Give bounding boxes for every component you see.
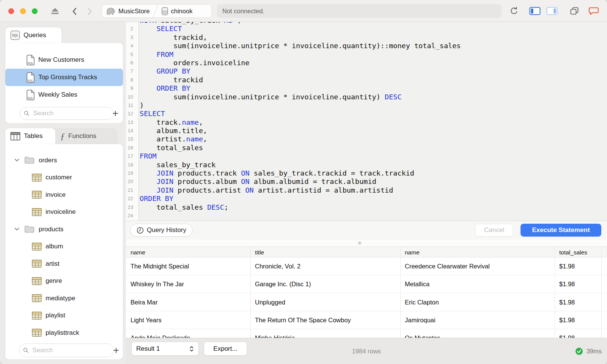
column-separator[interactable] bbox=[400, 246, 401, 338]
back-button[interactable] bbox=[72, 7, 77, 16]
code-text: trackid, bbox=[137, 33, 207, 42]
execute-statement-button[interactable]: Execute Statement bbox=[521, 224, 601, 237]
refresh-button[interactable] bbox=[510, 6, 519, 16]
query-history-label: Query History bbox=[147, 226, 186, 234]
line-number: 20 bbox=[126, 177, 137, 186]
database-icon bbox=[161, 7, 168, 16]
result-row-3[interactable]: Light YearsThe Return Of The Space Cowbo… bbox=[126, 311, 607, 329]
result-cell: $1.98 bbox=[559, 329, 575, 338]
svg-text:SQL: SQL bbox=[12, 33, 19, 37]
code-text: total_sales DESC; bbox=[137, 203, 228, 212]
tables-search-input[interactable] bbox=[31, 346, 110, 355]
column-header-title-1[interactable]: title bbox=[255, 247, 264, 258]
line-number: 10 bbox=[126, 93, 137, 101]
table-icon bbox=[32, 208, 42, 216]
sql-editor[interactable]: 1WITH sales_by_track AS (2 SELECT3 track… bbox=[126, 22, 607, 221]
column-separator[interactable] bbox=[555, 246, 555, 338]
column-header-name-2[interactable]: name bbox=[405, 247, 420, 258]
refresh-icon bbox=[510, 6, 519, 16]
query-item-top-grossing-tracks[interactable]: SQLTop Grossing Tracks bbox=[5, 69, 123, 86]
toggle-right-sidebar-button[interactable] bbox=[546, 6, 558, 16]
result-cell: Chronicle, Vol. 2 bbox=[255, 257, 300, 275]
tree-table-customer[interactable]: customer bbox=[5, 169, 123, 186]
toggle-left-sidebar-button[interactable] bbox=[529, 6, 541, 16]
folder-icon bbox=[24, 156, 35, 164]
line-number: 23 bbox=[126, 203, 137, 212]
tree-label: invoiceline bbox=[46, 208, 75, 216]
table-icon bbox=[32, 312, 42, 320]
tree-table-album[interactable]: album bbox=[5, 238, 123, 255]
query-item-new-customers[interactable]: SQLNew Customers bbox=[5, 51, 123, 69]
result-cell: The Return Of The Space Cowboy bbox=[255, 311, 351, 329]
export-button[interactable]: Export... bbox=[204, 342, 247, 356]
queries-search-input[interactable] bbox=[32, 109, 110, 118]
result-cell: Minha História bbox=[255, 329, 295, 338]
tree-folder-orders[interactable]: orders bbox=[5, 152, 123, 169]
code-line-9: 9 ORDER BY bbox=[126, 84, 607, 93]
cancel-button[interactable]: Cancel bbox=[475, 224, 513, 237]
chevron-down-icon[interactable] bbox=[14, 228, 19, 231]
tabs-overview-button[interactable] bbox=[569, 6, 579, 16]
results-header-row: nametitlenametotal_sales bbox=[126, 246, 607, 257]
close-window-button[interactable] bbox=[8, 8, 14, 14]
line-number: 15 bbox=[126, 135, 137, 143]
tree-table-playlist[interactable]: playlist bbox=[5, 307, 123, 324]
column-separator[interactable] bbox=[601, 246, 602, 338]
results-status-bar: 1984 rows Result 1 Export... 39ms bbox=[126, 338, 607, 364]
line-number: 7 bbox=[126, 67, 137, 75]
line-number: 11 bbox=[126, 101, 137, 110]
folder-icon bbox=[24, 225, 35, 233]
result-row-0[interactable]: The Midnight SpecialChronicle, Vol. 2Cre… bbox=[126, 257, 607, 275]
feedback-chat-button[interactable] bbox=[588, 6, 599, 16]
zoom-window-button[interactable] bbox=[32, 8, 38, 14]
tree-label: orders bbox=[39, 157, 57, 164]
query-item-weekly-sales[interactable]: SQLWeekly Sales bbox=[5, 86, 123, 104]
add-table-button[interactable]: + bbox=[111, 345, 121, 356]
tree-table-mediatype[interactable]: mediatype bbox=[5, 290, 123, 307]
code-line-20: 20 JOIN products.album ON album.albumid … bbox=[126, 177, 607, 186]
tree-table-genre[interactable]: genre bbox=[5, 273, 123, 290]
tree-label: invoice bbox=[46, 191, 66, 199]
result-row-4[interactable]: Ando Meio DesligadoMinha HistóriaOs Muta… bbox=[126, 329, 607, 338]
tree-table-invoiceline[interactable]: invoiceline bbox=[5, 204, 123, 221]
forward-button[interactable] bbox=[87, 7, 93, 16]
splitter-handle-icon bbox=[358, 242, 361, 245]
tree-folder-products[interactable]: products bbox=[5, 221, 123, 238]
code-line-7: 7 GROUP BY bbox=[126, 67, 607, 75]
result-cell: $1.98 bbox=[559, 275, 575, 293]
line-number: 18 bbox=[126, 161, 137, 169]
column-header-name-0[interactable]: name bbox=[131, 247, 145, 258]
result-cell: Unplugged bbox=[255, 293, 285, 311]
breadcrumb-server[interactable]: MusicStore bbox=[102, 5, 154, 17]
table-icon bbox=[32, 243, 42, 251]
chevron-right-icon bbox=[88, 8, 92, 15]
line-number: 13 bbox=[126, 118, 137, 127]
results-splitter[interactable] bbox=[126, 240, 607, 246]
query-history-button[interactable]: Query History bbox=[130, 224, 193, 237]
code-line-22: 22ORDER BY bbox=[126, 195, 607, 203]
column-separator[interactable] bbox=[250, 246, 251, 338]
stacked-windows-icon bbox=[569, 6, 579, 16]
code-text: JOIN products.artist ON artist.artistid … bbox=[137, 186, 393, 195]
tab-tables[interactable]: Tables bbox=[5, 128, 55, 144]
chevron-down-icon[interactable] bbox=[14, 158, 19, 162]
result-cell: Metallica bbox=[405, 275, 429, 293]
result-cell: $1.98 bbox=[559, 311, 575, 329]
add-query-button[interactable]: + bbox=[110, 108, 121, 119]
breadcrumb-database[interactable]: chinook bbox=[157, 5, 197, 17]
tree-table-playlisttrack[interactable]: playlisttrack bbox=[5, 324, 123, 341]
tab-queries[interactable]: SQL Queries bbox=[5, 27, 61, 43]
eject-button[interactable] bbox=[50, 8, 60, 14]
minimize-window-button[interactable] bbox=[20, 8, 26, 14]
result-row-2[interactable]: Beira MarUnpluggedEric Clapton$1.98 bbox=[126, 293, 607, 311]
result-selector[interactable]: Result 1 bbox=[131, 342, 199, 356]
tree-table-artist[interactable]: artist bbox=[5, 255, 123, 272]
code-line-1: 1WITH sales_by_track AS ( bbox=[126, 22, 607, 25]
tab-functions[interactable]: ƒ Functions bbox=[55, 128, 118, 144]
result-row-1[interactable]: Whiskey In The JarGarage Inc. (Disc 1)Me… bbox=[126, 275, 607, 293]
code-line-19: 19 JOIN products.track ON sales_by_track… bbox=[126, 169, 607, 177]
line-number: 17 bbox=[126, 152, 137, 160]
code-line-16: 16 total_sales bbox=[126, 144, 607, 152]
tree-table-invoice[interactable]: invoice bbox=[5, 186, 123, 203]
column-header-total-sales-3[interactable]: total_sales bbox=[559, 247, 587, 258]
